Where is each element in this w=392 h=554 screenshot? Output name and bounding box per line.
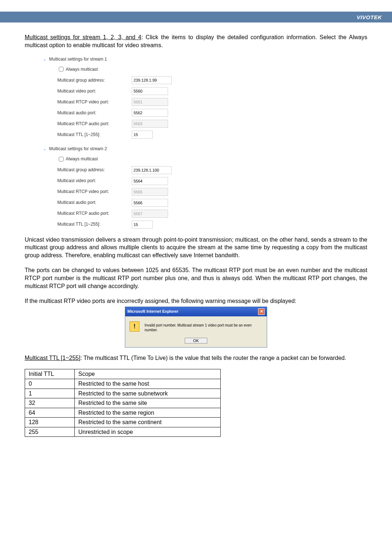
field-label: Multicast RTCP audio port: (43, 210, 132, 216)
stream2-always-row: Always multicast (43, 156, 367, 163)
field-label: Multicast RTCP video port: (43, 99, 132, 105)
intro-paragraph: Multicast settings for stream 1, 2, 3, a… (25, 33, 367, 49)
stream1-always-row: Always multicast (43, 66, 367, 73)
ttl-rest: : The multicast TTL (Time To Live) is th… (80, 355, 346, 361)
field-row: Multicast audio port: (43, 199, 367, 207)
cell-scope: Restricted to the same host (74, 379, 220, 389)
intro-underline: Multicast settings for stream 1, 2, 3, a… (25, 34, 141, 40)
stream1-title: Multicast settings for stream 1 (49, 57, 107, 62)
warning-icon: ! (130, 321, 139, 332)
header-top (0, 0, 392, 12)
cell-ttl: 64 (25, 408, 75, 418)
field-label: Multicast RTCP audio port: (43, 121, 132, 127)
stream1-fields: Multicast group address:Multicast video … (43, 76, 367, 139)
para-warning-intro: If the multicast RTP video ports are inc… (25, 297, 367, 305)
para-unicast: Unicast video transmission delivers a st… (25, 236, 367, 259)
field-row: Multicast video port: (43, 177, 367, 185)
dialog-titlebar: Microsoft Internet Explorer ✕ (125, 307, 267, 316)
field-label: Multicast video port: (43, 88, 132, 94)
stream1-always-label: Always multicast (66, 66, 98, 72)
table-row: 128Restricted to the same continent (25, 418, 221, 427)
page-content: Multicast settings for stream 1, 2, 3, a… (0, 22, 392, 437)
field-row: Multicast RTCP video port: (43, 188, 367, 196)
warning-dialog: Microsoft Internet Explorer ✕ ! Invalid … (125, 307, 267, 348)
stream2-always-checkbox[interactable] (59, 157, 64, 161)
ok-button[interactable]: OK (185, 338, 207, 344)
cell-ttl: 1 (25, 389, 75, 398)
field-row: Multicast RTCP audio port: (43, 120, 367, 128)
field-input[interactable] (132, 76, 172, 84)
field-row: Multicast RTCP video port: (43, 98, 367, 106)
close-icon[interactable]: ✕ (258, 308, 265, 315)
field-label: Multicast RTCP video port: (43, 189, 132, 194)
ttl-paragraph: Multicast TTL [1~255]: The multicast TTL… (25, 354, 367, 362)
cell-ttl: 255 (25, 427, 75, 437)
field-row: Multicast TTL [1~255]: (43, 131, 367, 139)
chevron-down-icon: ⌄ (43, 57, 46, 62)
brand-label: VIVOTEK (357, 14, 382, 20)
field-row: Multicast group address: (43, 166, 367, 174)
table-row: 64Restricted to the same region (25, 408, 221, 418)
cell-ttl: 128 (25, 418, 75, 427)
dialog-button-row: OK (125, 336, 267, 347)
field-row: Multicast video port: (43, 87, 367, 95)
stream1-always-checkbox[interactable] (59, 67, 64, 71)
table-header-row: Initial TTL Scope (25, 369, 221, 379)
ttl-underline: Multicast TTL [1~255] (25, 355, 80, 361)
field-input (132, 98, 168, 106)
field-row: Multicast audio port: (43, 109, 367, 117)
cell-scope: Restricted to the same subnetwork (74, 389, 220, 398)
field-label: Multicast video port: (43, 178, 132, 184)
para-ports: The ports can be changed to values betwe… (25, 266, 367, 290)
field-label: Multicast TTL [1~255]: (43, 132, 132, 138)
cell-ttl: 32 (25, 398, 75, 408)
field-label: Multicast audio port: (43, 200, 132, 205)
field-row: Multicast group address: (43, 76, 367, 84)
cell-scope: Restricted to the same continent (74, 418, 220, 427)
cell-scope: Restricted to the same site (74, 398, 220, 408)
field-row: Multicast RTCP audio port: (43, 210, 367, 218)
field-input (132, 210, 168, 218)
field-input[interactable] (132, 131, 153, 139)
para-warning-text: If the multicast RTP video ports are inc… (25, 298, 296, 304)
stream1-block: ⌄ Multicast settings for stream 1 Always… (43, 56, 367, 139)
table-row: 255Unrestricted in scope (25, 427, 221, 437)
field-input[interactable] (132, 221, 153, 229)
dialog-title: Microsoft Internet Explorer (127, 309, 179, 314)
stream2-block: ⌄ Multicast settings for stream 2 Always… (43, 146, 367, 228)
field-input[interactable] (132, 166, 172, 174)
table-row: 0Restricted to the same host (25, 379, 221, 389)
stream2-title: Multicast settings for stream 2 (49, 146, 107, 151)
dialog-message: Invalid port number. Multicast stream 1 … (144, 321, 262, 333)
cell-ttl: 0 (25, 379, 75, 389)
table-header-initial: Initial TTL (25, 369, 75, 379)
footer-spacer (0, 437, 392, 554)
stream2-always-label: Always multicast (66, 156, 98, 162)
field-input[interactable] (132, 87, 168, 95)
field-row: Multicast TTL [1~255]: (43, 221, 367, 229)
stream2-title-row[interactable]: ⌄ Multicast settings for stream 2 (43, 146, 367, 152)
field-label: Multicast group address: (43, 77, 132, 83)
cell-scope: Unrestricted in scope (74, 427, 220, 437)
dialog-body: ! Invalid port number. Multicast stream … (125, 316, 267, 336)
field-label: Multicast group address: (43, 167, 132, 173)
field-input (132, 120, 168, 128)
stream1-title-row[interactable]: ⌄ Multicast settings for stream 1 (43, 56, 367, 62)
ttl-rows: 0Restricted to the same host1Restricted … (25, 379, 221, 437)
table-header-scope: Scope (74, 369, 220, 379)
field-input (132, 188, 168, 196)
table-row: 32Restricted to the same site (25, 398, 221, 408)
header-bar: VIVOTEK (0, 12, 392, 22)
ttl-table: Initial TTL Scope 0Restricted to the sam… (25, 369, 221, 437)
field-label: Multicast TTL [1~255]: (43, 221, 132, 227)
field-input[interactable] (132, 109, 168, 117)
field-input[interactable] (132, 199, 168, 207)
table-row: 1Restricted to the same subnetwork (25, 389, 221, 398)
field-label: Multicast audio port: (43, 110, 132, 116)
stream2-fields: Multicast group address:Multicast video … (43, 166, 367, 229)
field-input[interactable] (132, 177, 168, 185)
cell-scope: Restricted to the same region (74, 408, 220, 418)
chevron-down-icon: ⌄ (43, 146, 46, 151)
